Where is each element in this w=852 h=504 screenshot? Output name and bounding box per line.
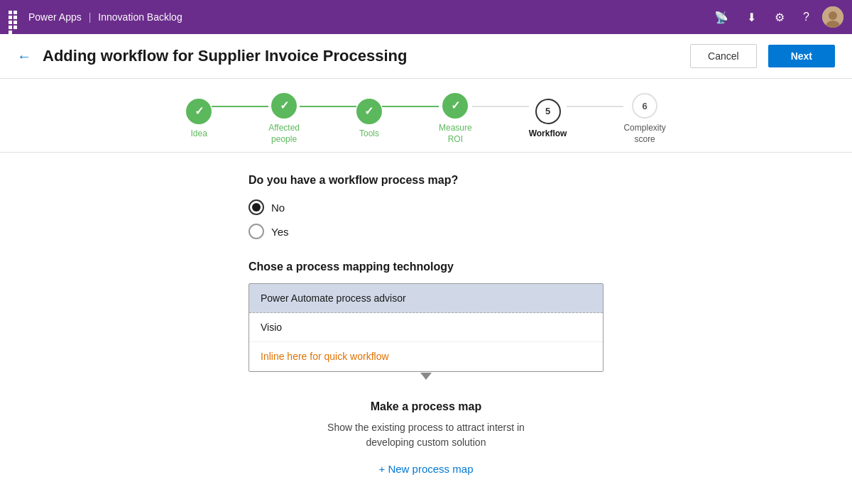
step-affected-people: ✓ Affectedpeople [268,93,300,145]
process-mapping-title: Chose a process mapping technology [248,261,604,273]
step-idea: ✓ Idea [186,99,212,140]
step-label-workflow: Workflow [529,128,567,140]
step-circle-idea: ✓ [186,99,212,124]
dropdown-option-inline[interactable]: Inline here for quick workflow [249,342,603,371]
step-label-complexity: Complexityscore [623,123,665,145]
step-circle-affected: ✓ [271,93,297,119]
step-circle-complexity: 6 [632,93,657,119]
grid-icon[interactable] [9,11,21,23]
cancel-button[interactable]: Cancel [690,44,757,68]
topbar-app-name: Innovation Backlog [98,11,182,23]
settings-icon[interactable]: ⚙ [769,11,790,24]
next-button[interactable]: Next [768,45,835,67]
process-map-description: Show the existing process to attract int… [327,420,525,450]
step-label-affected: Affectedpeople [268,123,300,145]
page-title: Adding workflow for Supplier Invoice Pro… [43,47,679,65]
radio-outer-yes [248,224,264,239]
svg-point-1 [829,11,837,20]
workflow-question-title: Do you have a workflow process map? [248,174,604,187]
process-map-section: Make a process map Show the existing pro… [248,400,604,475]
radio-label-yes: Yes [271,226,288,238]
topbar: Power Apps | Innovation Backlog 📡 ⬇ ⚙ ? [0,0,852,34]
radio-outer-no [248,199,264,215]
step-circle-roi: ✓ [442,93,468,119]
step-workflow: 5 Workflow [529,99,567,140]
process-map-title: Make a process map [371,400,482,413]
new-process-map-button[interactable]: + New process map [379,463,474,475]
stepper: ✓ Idea ✓ Affectedpeople ✓ Tools ✓ Measur… [0,79,852,153]
connector-2 [300,106,356,107]
user-avatar[interactable] [822,6,843,28]
workflow-options: No Yes [248,199,604,239]
dropdown-selected-option[interactable]: Power Automate process advisor [249,284,603,313]
step-label-roi: MeasureROI [439,123,472,145]
main-content: Do you have a workflow process map? No Y… [0,153,852,496]
broadcast-icon[interactable]: 📡 [709,11,734,24]
topbar-separator: | [89,11,92,23]
topbar-app-title: Power Apps [28,11,82,23]
step-circle-workflow: 5 [535,99,561,124]
step-measure-roi: ✓ MeasureROI [439,93,472,145]
process-mapping-dropdown[interactable]: Power Automate process advisor Visio Inl… [248,283,604,372]
step-complexity: 6 Complexityscore [623,93,665,145]
connector-1 [212,106,268,107]
step-circle-tools: ✓ [356,99,382,124]
back-button[interactable]: ← [17,48,31,65]
connector-3 [382,106,439,107]
radio-no[interactable]: No [248,199,604,215]
step-label-tools: Tools [359,128,379,140]
radio-label-no: No [271,202,285,214]
connector-4 [472,106,529,107]
step-tools: ✓ Tools [356,99,382,140]
connector-5 [567,106,623,107]
step-label-idea: Idea [190,128,207,140]
help-icon[interactable]: ? [797,11,815,23]
dropdown-arrow-icon [420,373,432,380]
radio-yes[interactable]: Yes [248,224,604,239]
dropdown-option-visio[interactable]: Visio [249,313,603,342]
radio-inner-no [252,203,261,212]
download-icon[interactable]: ⬇ [741,11,762,24]
page-header: ← Adding workflow for Supplier Invoice P… [0,34,852,79]
